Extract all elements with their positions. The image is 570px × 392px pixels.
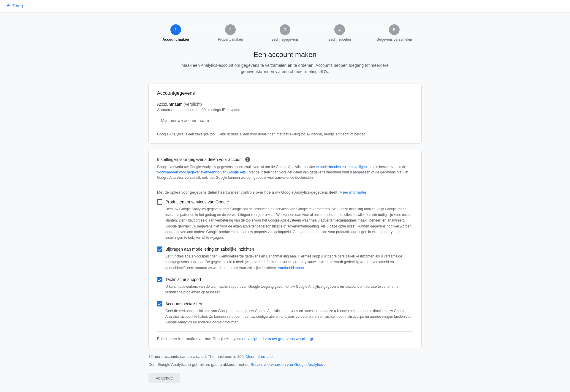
sharing-link-terms[interactable]: Voorwaarden voor gegevensverwerking van … xyxy=(157,170,246,174)
subtitle-line2: gegevensbronnen via een of meer metings-… xyxy=(241,69,329,74)
back-arrow-icon xyxy=(6,3,11,8)
sharing-description: Google verwerkt uw Google Analytics-gege… xyxy=(157,164,413,185)
checkbox-products: Producten en services van Google Deel uw… xyxy=(157,199,413,241)
step-circle-4: 4 xyxy=(334,24,345,35)
back-label: Terug xyxy=(12,3,23,8)
step-4: 4 Bedrijfsdoelen xyxy=(312,24,367,42)
stepper: 1 Account maken 2 Property maken 3 Bedri… xyxy=(148,18,422,50)
checkbox-modelling-title: Bijdragen aan modellering en zakelijke i… xyxy=(165,247,254,252)
accounts-info: 82 more accounts can be created. The max… xyxy=(148,354,422,359)
checkbox-support-title: Technische support xyxy=(165,277,201,282)
step-label-3: Bedrijfsgegevens xyxy=(271,37,299,42)
checkbox-specialists-header: Accountspecialisten xyxy=(157,301,413,306)
privacy-link[interactable]: de veiligheid van uw gegevens waarborgt xyxy=(242,336,313,341)
next-button[interactable]: Volgende xyxy=(148,373,180,383)
sharing-card: Instellingen voor gegevens delen voor ac… xyxy=(148,150,422,348)
account-name-hint: Accounts kunnen meer dan één metings-ID … xyxy=(157,108,413,112)
step-circle-5: 5 xyxy=(389,24,400,35)
checkbox-specialists-description: Geef de verkoopspecialisten van Google t… xyxy=(165,308,413,325)
step-circle-3: 3 xyxy=(280,24,290,35)
page-title: Een account maken xyxy=(148,50,422,59)
checkbox-modelling-box[interactable] xyxy=(157,246,162,252)
step-5: 5 Gegevens verzamelen xyxy=(367,24,422,42)
checkbox-support-box[interactable] xyxy=(157,277,162,282)
page-subtitle: Maak een Analytics-account om gegevens t… xyxy=(148,62,422,75)
step-label-4: Bedrijfsdoelen xyxy=(328,37,351,42)
terms-text: Door Google Analytics te gebruiken, gaat… xyxy=(148,362,422,367)
checkbox-products-description: Deel uw Google Analytics-gegevens met Go… xyxy=(165,206,413,241)
sharing-link-maintain[interactable]: te onderhouden en te beveiligen xyxy=(316,165,367,169)
step-1: 1 Account maken xyxy=(148,24,203,42)
step-label-1: Account maken xyxy=(162,37,189,42)
checkbox-support: Technische support U kunt medewerkers va… xyxy=(157,277,413,295)
account-section-title: Accountgegevens xyxy=(157,91,413,96)
voorbeeld-tonen-link[interactable]: Voorbeeld tonen xyxy=(278,266,304,270)
terms-link[interactable]: Servicevoorwaarden van Google Analytics xyxy=(251,362,323,367)
step-circle-2: 2 xyxy=(225,24,236,35)
subtitle-line1: Maak een Analytics-account om gegevens t… xyxy=(181,63,388,68)
checkbox-products-box[interactable] xyxy=(157,199,162,205)
help-icon[interactable]: ? xyxy=(245,157,250,162)
top-nav: Terug xyxy=(0,0,570,12)
checkbox-modelling-description: Zet functies zoals Voorspellingen, Gemod… xyxy=(165,254,413,271)
sharing-title: Instellingen voor gegevens delen voor ac… xyxy=(157,157,243,162)
checkbox-products-title: Producten en services van Google xyxy=(165,200,229,204)
checkbox-support-header: Technische support xyxy=(157,277,413,282)
privacy-link-section: Bekijk meer informatie over hoe Google A… xyxy=(157,331,413,341)
step-2: 2 Property maken xyxy=(203,24,258,42)
account-name-label: Accountnaam (verplicht) xyxy=(157,102,413,107)
step-3: 3 Bedrijfsgegevens xyxy=(258,24,312,42)
accounts-meer-info-link[interactable]: Meer informatie xyxy=(246,354,273,359)
checkbox-specialists: Accountspecialisten Geef de verkoopspeci… xyxy=(157,301,413,325)
checkbox-specialists-title: Accountspecialisten xyxy=(165,301,202,306)
account-card: Accountgegevens Accountnaam (verplicht) … xyxy=(148,83,422,144)
required-label: (verplicht) xyxy=(184,102,202,107)
checkbox-products-header: Producten en services van Google xyxy=(157,199,413,205)
account-name-input[interactable] xyxy=(157,115,252,126)
checkbox-modelling: Bijdragen aan modellering en zakelijke i… xyxy=(157,246,413,271)
main-content: 1 Account maken 2 Property maken 3 Bedri… xyxy=(137,12,433,392)
account-disclaimer: Google Analytics is een zakelijke tool. … xyxy=(157,132,413,136)
step-circle-1: 1 xyxy=(170,24,181,35)
back-link[interactable]: Terug xyxy=(6,3,23,8)
meer-informatie-link[interactable]: Meer informatie xyxy=(339,190,366,195)
sharing-title-row: Instellingen voor gegevens delen voor ac… xyxy=(157,157,413,162)
checkbox-support-description: U kunt medewerkers van de technische sup… xyxy=(165,284,413,295)
checkbox-modelling-header: Bijdragen aan modellering en zakelijke i… xyxy=(157,246,413,252)
step-label-5: Gegevens verzamelen xyxy=(376,37,412,42)
step-label-2: Property maken xyxy=(218,37,243,42)
sharing-intro: Met de opties voor gegevens delen heeft … xyxy=(157,190,413,195)
checkbox-specialists-box[interactable] xyxy=(157,301,162,306)
